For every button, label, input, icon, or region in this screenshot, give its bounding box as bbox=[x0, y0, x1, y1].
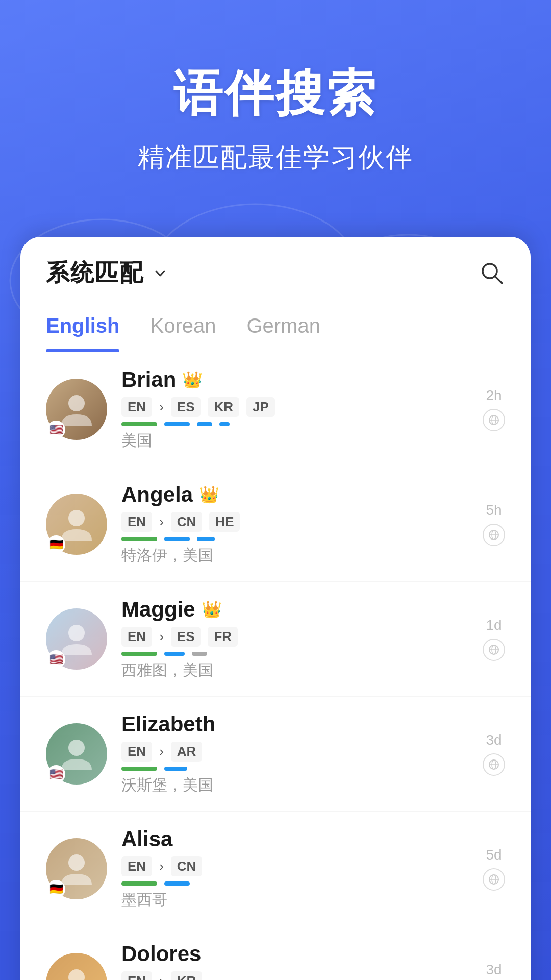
target-lang: ES bbox=[171, 397, 201, 417]
user-info: Elizabeth EN › AR 沃斯堡，美国 bbox=[121, 712, 468, 796]
flag-badge: 🇺🇸 bbox=[47, 421, 65, 439]
avatar-wrapper: 🇩🇪 bbox=[46, 838, 107, 899]
flag-badge: 🇺🇸 bbox=[47, 650, 65, 669]
native-lang: EN bbox=[121, 971, 152, 980]
time-ago: 1d bbox=[486, 617, 502, 633]
svg-point-14 bbox=[68, 395, 85, 411]
time-ago: 5h bbox=[486, 502, 502, 519]
filter-label: 系统匹配 bbox=[46, 257, 144, 289]
native-lang: EN bbox=[121, 512, 152, 532]
globe-icon[interactable] bbox=[483, 868, 505, 891]
user-info: Alisa EN › CN 墨西哥 bbox=[121, 827, 468, 911]
user-location: 墨西哥 bbox=[121, 890, 468, 911]
svg-point-34 bbox=[68, 969, 85, 980]
user-name: Brian bbox=[121, 368, 176, 392]
svg-point-26 bbox=[68, 740, 85, 756]
user-info: Dolores EN › KR 美国 bbox=[121, 942, 468, 980]
user-meta: 1d bbox=[483, 617, 505, 661]
user-location: 美国 bbox=[121, 430, 468, 451]
tab-english[interactable]: English bbox=[46, 304, 119, 352]
avatar-wrapper: 🇺🇸 bbox=[46, 608, 107, 670]
svg-line-13 bbox=[495, 277, 502, 283]
time-ago: 5d bbox=[486, 847, 502, 863]
user-row[interactable]: 🇩🇪 Angela 👑 EN › CN HE bbox=[20, 467, 531, 582]
tabs-bar: English Korean German bbox=[20, 304, 531, 352]
main-card: 系统匹配 English Korean German bbox=[20, 237, 531, 980]
target-lang: AR bbox=[171, 742, 203, 762]
avatar bbox=[46, 953, 107, 980]
user-meta: 5h bbox=[483, 502, 505, 546]
target-lang: KR bbox=[208, 397, 239, 417]
native-lang: EN bbox=[121, 397, 152, 417]
page-subtitle: 精准匹配最佳学习伙伴 bbox=[31, 140, 520, 176]
time-ago: 3d bbox=[486, 962, 502, 978]
user-location: 西雅图，美国 bbox=[121, 660, 468, 681]
target-lang: CN bbox=[171, 856, 203, 876]
arrow-icon: › bbox=[159, 514, 164, 530]
chevron-down-icon bbox=[152, 265, 168, 281]
user-meta: 3d bbox=[483, 732, 505, 776]
native-lang: EN bbox=[121, 742, 152, 762]
flag-badge: 🇩🇪 bbox=[47, 880, 65, 898]
avatar-wrapper: 🇩🇪 bbox=[46, 494, 107, 555]
user-row[interactable]: 🇩🇪 Alisa EN › CN 墨西哥 bbox=[20, 812, 531, 926]
page-title: 语伴搜索 bbox=[31, 61, 520, 128]
arrow-icon: › bbox=[159, 973, 164, 980]
svg-point-22 bbox=[68, 625, 85, 641]
user-name: Angela bbox=[121, 482, 193, 507]
tab-korean[interactable]: Korean bbox=[150, 304, 216, 352]
flag-badge: 🇩🇪 bbox=[47, 535, 65, 554]
avatar-wrapper: 🇺🇸 bbox=[46, 723, 107, 785]
svg-point-30 bbox=[68, 854, 85, 871]
user-location: 沃斯堡，美国 bbox=[121, 775, 468, 796]
filter-left[interactable]: 系统匹配 bbox=[46, 257, 168, 289]
filter-bar: 系统匹配 bbox=[20, 237, 531, 304]
arrow-icon: › bbox=[159, 629, 164, 645]
lang-bars bbox=[121, 767, 468, 771]
target-lang: JP bbox=[246, 397, 275, 417]
svg-point-18 bbox=[68, 510, 85, 526]
arrow-icon: › bbox=[159, 399, 164, 415]
target-lang: HE bbox=[209, 512, 240, 532]
user-info: Angela 👑 EN › CN HE 特洛伊，美国 bbox=[121, 482, 468, 566]
flag-badge: 🇺🇸 bbox=[47, 765, 65, 783]
users-list: 🇺🇸 Brian 👑 EN › ES KR JP bbox=[20, 352, 531, 980]
user-meta: 5d bbox=[483, 847, 505, 891]
user-row[interactable]: 🇺🇸 Dolores EN › KR 美国 bbox=[20, 926, 531, 980]
search-icon[interactable] bbox=[479, 260, 505, 286]
globe-icon[interactable] bbox=[483, 639, 505, 661]
user-row[interactable]: 🇺🇸 Elizabeth EN › AR 沃斯堡，美国 bbox=[20, 697, 531, 812]
crown-icon: 👑 bbox=[182, 370, 203, 389]
user-row[interactable]: 🇺🇸 Maggie 👑 EN › ES FR bbox=[20, 582, 531, 697]
user-meta: 3d bbox=[483, 962, 505, 980]
time-ago: 2h bbox=[486, 387, 502, 404]
user-name: Alisa bbox=[121, 827, 172, 851]
arrow-icon: › bbox=[159, 859, 164, 874]
user-info: Brian 👑 EN › ES KR JP bbox=[121, 368, 468, 451]
target-lang: KR bbox=[171, 971, 203, 980]
native-lang: EN bbox=[121, 627, 152, 647]
lang-bars bbox=[121, 537, 468, 541]
user-meta: 2h bbox=[483, 387, 505, 431]
crown-icon: 👑 bbox=[202, 600, 222, 619]
user-row[interactable]: 🇺🇸 Brian 👑 EN › ES KR JP bbox=[20, 352, 531, 467]
crown-icon: 👑 bbox=[199, 485, 219, 504]
user-name: Elizabeth bbox=[121, 712, 215, 737]
time-ago: 3d bbox=[486, 732, 502, 748]
globe-icon[interactable] bbox=[483, 409, 505, 431]
target-lang: ES bbox=[171, 627, 201, 647]
target-lang: CN bbox=[171, 512, 203, 532]
lang-bars bbox=[121, 652, 468, 656]
native-lang: EN bbox=[121, 856, 152, 876]
user-info: Maggie 👑 EN › ES FR 西雅图，美国 bbox=[121, 597, 468, 681]
header-section: 语伴搜索 精准匹配最佳学习伙伴 bbox=[0, 0, 551, 206]
lang-bars bbox=[121, 422, 468, 426]
globe-icon[interactable] bbox=[483, 524, 505, 546]
avatar-wrapper: 🇺🇸 bbox=[46, 379, 107, 440]
tab-german[interactable]: German bbox=[246, 304, 320, 352]
user-location: 特洛伊，美国 bbox=[121, 545, 468, 566]
user-name: Dolores bbox=[121, 942, 201, 966]
user-name: Maggie bbox=[121, 597, 195, 622]
lang-bars bbox=[121, 881, 468, 886]
globe-icon[interactable] bbox=[483, 753, 505, 776]
